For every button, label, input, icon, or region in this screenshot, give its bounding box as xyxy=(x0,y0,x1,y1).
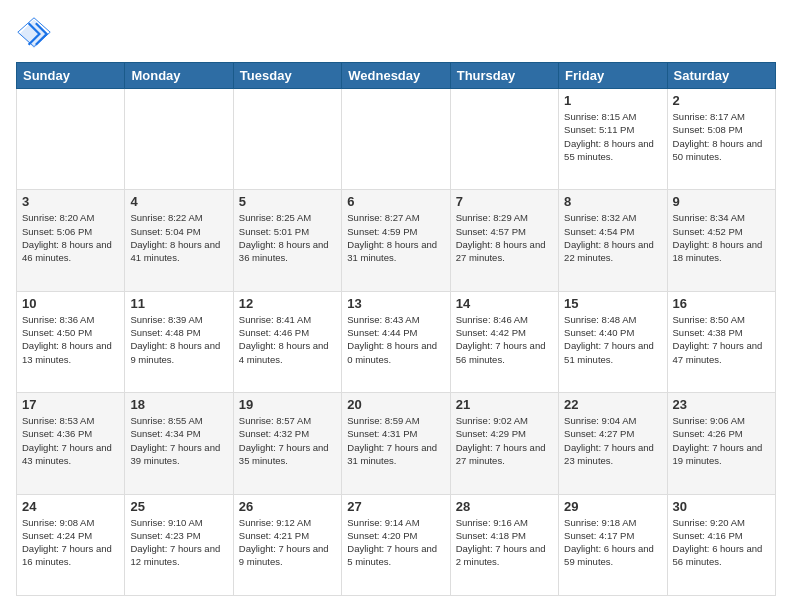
day-number: 19 xyxy=(239,397,336,412)
logo-icon xyxy=(16,16,52,52)
calendar-cell: 21Sunrise: 9:02 AM Sunset: 4:29 PM Dayli… xyxy=(450,393,558,494)
day-number: 20 xyxy=(347,397,444,412)
day-info: Sunrise: 9:02 AM Sunset: 4:29 PM Dayligh… xyxy=(456,414,553,467)
calendar-week-row: 1Sunrise: 8:15 AM Sunset: 5:11 PM Daylig… xyxy=(17,89,776,190)
svg-marker-0 xyxy=(20,20,49,49)
weekday-header: Saturday xyxy=(667,63,775,89)
day-number: 6 xyxy=(347,194,444,209)
weekday-header: Thursday xyxy=(450,63,558,89)
day-info: Sunrise: 8:53 AM Sunset: 4:36 PM Dayligh… xyxy=(22,414,119,467)
day-info: Sunrise: 8:17 AM Sunset: 5:08 PM Dayligh… xyxy=(673,110,770,163)
day-info: Sunrise: 8:15 AM Sunset: 5:11 PM Dayligh… xyxy=(564,110,661,163)
calendar-cell: 22Sunrise: 9:04 AM Sunset: 4:27 PM Dayli… xyxy=(559,393,667,494)
day-info: Sunrise: 8:59 AM Sunset: 4:31 PM Dayligh… xyxy=(347,414,444,467)
day-info: Sunrise: 8:57 AM Sunset: 4:32 PM Dayligh… xyxy=(239,414,336,467)
calendar-cell: 26Sunrise: 9:12 AM Sunset: 4:21 PM Dayli… xyxy=(233,494,341,595)
day-number: 24 xyxy=(22,499,119,514)
day-number: 23 xyxy=(673,397,770,412)
calendar-cell: 17Sunrise: 8:53 AM Sunset: 4:36 PM Dayli… xyxy=(17,393,125,494)
calendar-cell: 14Sunrise: 8:46 AM Sunset: 4:42 PM Dayli… xyxy=(450,291,558,392)
calendar-cell: 24Sunrise: 9:08 AM Sunset: 4:24 PM Dayli… xyxy=(17,494,125,595)
calendar-cell: 29Sunrise: 9:18 AM Sunset: 4:17 PM Dayli… xyxy=(559,494,667,595)
day-info: Sunrise: 8:48 AM Sunset: 4:40 PM Dayligh… xyxy=(564,313,661,366)
calendar-cell: 2Sunrise: 8:17 AM Sunset: 5:08 PM Daylig… xyxy=(667,89,775,190)
calendar-week-row: 24Sunrise: 9:08 AM Sunset: 4:24 PM Dayli… xyxy=(17,494,776,595)
day-number: 22 xyxy=(564,397,661,412)
calendar-week-row: 17Sunrise: 8:53 AM Sunset: 4:36 PM Dayli… xyxy=(17,393,776,494)
calendar-cell: 16Sunrise: 8:50 AM Sunset: 4:38 PM Dayli… xyxy=(667,291,775,392)
day-number: 14 xyxy=(456,296,553,311)
day-number: 2 xyxy=(673,93,770,108)
day-info: Sunrise: 8:25 AM Sunset: 5:01 PM Dayligh… xyxy=(239,211,336,264)
calendar-week-row: 10Sunrise: 8:36 AM Sunset: 4:50 PM Dayli… xyxy=(17,291,776,392)
day-info: Sunrise: 9:10 AM Sunset: 4:23 PM Dayligh… xyxy=(130,516,227,569)
day-info: Sunrise: 8:50 AM Sunset: 4:38 PM Dayligh… xyxy=(673,313,770,366)
calendar-cell: 19Sunrise: 8:57 AM Sunset: 4:32 PM Dayli… xyxy=(233,393,341,494)
day-number: 5 xyxy=(239,194,336,209)
day-info: Sunrise: 8:34 AM Sunset: 4:52 PM Dayligh… xyxy=(673,211,770,264)
calendar-cell: 4Sunrise: 8:22 AM Sunset: 5:04 PM Daylig… xyxy=(125,190,233,291)
day-info: Sunrise: 9:06 AM Sunset: 4:26 PM Dayligh… xyxy=(673,414,770,467)
day-number: 21 xyxy=(456,397,553,412)
calendar-cell xyxy=(125,89,233,190)
calendar-cell: 6Sunrise: 8:27 AM Sunset: 4:59 PM Daylig… xyxy=(342,190,450,291)
day-info: Sunrise: 9:18 AM Sunset: 4:17 PM Dayligh… xyxy=(564,516,661,569)
day-number: 1 xyxy=(564,93,661,108)
calendar-cell: 27Sunrise: 9:14 AM Sunset: 4:20 PM Dayli… xyxy=(342,494,450,595)
day-info: Sunrise: 8:39 AM Sunset: 4:48 PM Dayligh… xyxy=(130,313,227,366)
calendar-header-row: SundayMondayTuesdayWednesdayThursdayFrid… xyxy=(17,63,776,89)
day-info: Sunrise: 9:12 AM Sunset: 4:21 PM Dayligh… xyxy=(239,516,336,569)
calendar-cell: 15Sunrise: 8:48 AM Sunset: 4:40 PM Dayli… xyxy=(559,291,667,392)
calendar-week-row: 3Sunrise: 8:20 AM Sunset: 5:06 PM Daylig… xyxy=(17,190,776,291)
weekday-header: Monday xyxy=(125,63,233,89)
day-number: 18 xyxy=(130,397,227,412)
calendar-cell xyxy=(450,89,558,190)
day-number: 16 xyxy=(673,296,770,311)
day-number: 4 xyxy=(130,194,227,209)
calendar-cell: 8Sunrise: 8:32 AM Sunset: 4:54 PM Daylig… xyxy=(559,190,667,291)
weekday-header: Sunday xyxy=(17,63,125,89)
day-number: 29 xyxy=(564,499,661,514)
day-info: Sunrise: 8:20 AM Sunset: 5:06 PM Dayligh… xyxy=(22,211,119,264)
page: SundayMondayTuesdayWednesdayThursdayFrid… xyxy=(0,0,792,612)
calendar-cell xyxy=(342,89,450,190)
weekday-header: Wednesday xyxy=(342,63,450,89)
calendar-cell xyxy=(233,89,341,190)
calendar-cell: 9Sunrise: 8:34 AM Sunset: 4:52 PM Daylig… xyxy=(667,190,775,291)
calendar-cell: 12Sunrise: 8:41 AM Sunset: 4:46 PM Dayli… xyxy=(233,291,341,392)
day-number: 8 xyxy=(564,194,661,209)
calendar-cell: 10Sunrise: 8:36 AM Sunset: 4:50 PM Dayli… xyxy=(17,291,125,392)
day-info: Sunrise: 9:08 AM Sunset: 4:24 PM Dayligh… xyxy=(22,516,119,569)
calendar-cell: 7Sunrise: 8:29 AM Sunset: 4:57 PM Daylig… xyxy=(450,190,558,291)
day-number: 28 xyxy=(456,499,553,514)
day-info: Sunrise: 9:14 AM Sunset: 4:20 PM Dayligh… xyxy=(347,516,444,569)
day-number: 9 xyxy=(673,194,770,209)
day-info: Sunrise: 8:46 AM Sunset: 4:42 PM Dayligh… xyxy=(456,313,553,366)
day-number: 7 xyxy=(456,194,553,209)
day-info: Sunrise: 8:41 AM Sunset: 4:46 PM Dayligh… xyxy=(239,313,336,366)
calendar-table: SundayMondayTuesdayWednesdayThursdayFrid… xyxy=(16,62,776,596)
day-number: 13 xyxy=(347,296,444,311)
calendar-cell: 3Sunrise: 8:20 AM Sunset: 5:06 PM Daylig… xyxy=(17,190,125,291)
calendar-cell: 23Sunrise: 9:06 AM Sunset: 4:26 PM Dayli… xyxy=(667,393,775,494)
calendar-cell xyxy=(17,89,125,190)
calendar-cell: 13Sunrise: 8:43 AM Sunset: 4:44 PM Dayli… xyxy=(342,291,450,392)
logo xyxy=(16,16,56,52)
day-info: Sunrise: 8:29 AM Sunset: 4:57 PM Dayligh… xyxy=(456,211,553,264)
day-number: 17 xyxy=(22,397,119,412)
day-info: Sunrise: 8:43 AM Sunset: 4:44 PM Dayligh… xyxy=(347,313,444,366)
day-info: Sunrise: 9:16 AM Sunset: 4:18 PM Dayligh… xyxy=(456,516,553,569)
day-number: 30 xyxy=(673,499,770,514)
day-number: 10 xyxy=(22,296,119,311)
calendar-cell: 11Sunrise: 8:39 AM Sunset: 4:48 PM Dayli… xyxy=(125,291,233,392)
weekday-header: Tuesday xyxy=(233,63,341,89)
calendar-cell: 18Sunrise: 8:55 AM Sunset: 4:34 PM Dayli… xyxy=(125,393,233,494)
day-info: Sunrise: 8:22 AM Sunset: 5:04 PM Dayligh… xyxy=(130,211,227,264)
day-info: Sunrise: 9:04 AM Sunset: 4:27 PM Dayligh… xyxy=(564,414,661,467)
weekday-header: Friday xyxy=(559,63,667,89)
day-info: Sunrise: 8:32 AM Sunset: 4:54 PM Dayligh… xyxy=(564,211,661,264)
day-info: Sunrise: 8:27 AM Sunset: 4:59 PM Dayligh… xyxy=(347,211,444,264)
calendar-cell: 28Sunrise: 9:16 AM Sunset: 4:18 PM Dayli… xyxy=(450,494,558,595)
calendar-cell: 1Sunrise: 8:15 AM Sunset: 5:11 PM Daylig… xyxy=(559,89,667,190)
day-info: Sunrise: 9:20 AM Sunset: 4:16 PM Dayligh… xyxy=(673,516,770,569)
